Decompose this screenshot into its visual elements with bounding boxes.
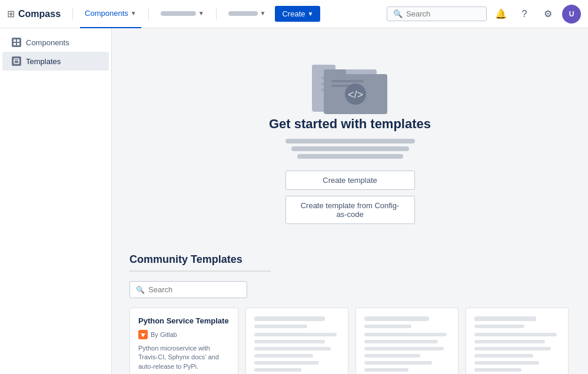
skel-line [474,347,551,350]
search-box[interactable]: 🔍 [387,6,487,21]
desc-line-3 [297,154,403,159]
svg-rect-3 [17,43,19,45]
hero-description [285,139,415,159]
skeleton-card-4 [466,308,569,374]
svg-rect-1 [17,39,19,42]
logo-area: ⊞ Compass [7,8,61,19]
skel-line [474,361,539,365]
nav-divider-2 [148,8,149,20]
skel-line [474,316,536,321]
card-title: Python Service Template [138,316,230,326]
grid-icon[interactable]: ⊞ [7,8,15,19]
gitlab-icon [138,330,148,339]
search-icon: 🔍 [393,9,403,18]
svg-rect-16 [331,85,355,87]
avatar[interactable]: U [562,5,581,24]
skel-line [364,368,408,372]
skel-line [254,361,319,365]
create-template-config-button[interactable]: Create template from Config-as-code [285,196,415,224]
desc-line-1 [285,139,415,143]
card-author: By Gitlab [138,330,230,339]
sidebar: Components Templates [0,28,112,374]
chevron-down-icon-2: ▼ [198,10,204,16]
skel-line [254,354,313,358]
help-icon[interactable]: ? [515,5,534,24]
card-description: Python microservice with Travis-CI, Sphy… [138,344,230,371]
create-template-button[interactable]: Create template [285,171,415,190]
main-content: </> Get started with templates Create te… [112,28,588,374]
skel-line [254,347,331,350]
hero-title: Get started with templates [269,116,431,132]
skel-line [364,316,429,321]
skel-line [364,354,420,358]
svg-rect-4 [14,59,19,64]
skeleton-card-2 [245,308,348,374]
skel-line [474,340,545,343]
skel-line [364,325,411,328]
community-divider [129,271,271,272]
skel-line [474,368,521,372]
skel-line [254,316,325,321]
hero-section: </> Get started with templates Create te… [112,28,588,242]
svg-rect-2 [14,43,16,45]
search-input[interactable] [406,9,477,18]
chevron-down-icon: ▼ [131,10,137,16]
community-search-icon: 🔍 [136,286,145,294]
nav-tab-3[interactable]: ▼ [224,0,271,28]
skel-line [254,340,325,343]
cards-row: Python Service Template By Gitlab Python… [129,308,570,374]
body-container: Components Templates [0,28,588,374]
main-inner: </> Get started with templates Create te… [112,28,588,374]
svg-text:</>: </> [347,89,363,101]
skel-line [364,340,438,343]
folder-illustration: </> [309,52,391,116]
topnav: ⊞ Compass Components ▼ ▼ ▼ Create ▼ 🔍 🔔 … [0,0,588,28]
svg-rect-0 [14,39,16,42]
sidebar-item-templates[interactable]: Templates [2,52,109,71]
skel-line [364,361,432,365]
skel-line [474,354,533,358]
community-title: Community Templates [129,253,570,266]
template-card-python: Python Service Template By Gitlab Python… [129,308,238,374]
create-arrow-icon: ▼ [308,11,314,17]
card-content: Python Service Template By Gitlab Python… [130,308,238,374]
skel-line [474,333,557,336]
notifications-icon[interactable]: 🔔 [491,5,510,24]
skel-line [254,368,301,372]
skel-line [474,325,524,328]
topnav-right: 🔍 🔔 ? ⚙ U [387,5,581,24]
nav-divider-3 [216,8,217,20]
community-search-input[interactable] [148,285,247,294]
templates-icon [12,56,21,66]
community-section: Community Templates 🔍 Python Service Tem… [112,242,588,374]
nav-tab-components[interactable]: Components ▼ [80,0,141,28]
components-icon [12,38,21,47]
hero-actions: Create template Create template from Con… [285,171,415,224]
sidebar-templates-label: Templates [26,57,61,66]
skel-line [254,325,307,328]
skel-line [364,333,447,336]
settings-icon[interactable]: ⚙ [539,5,557,24]
svg-rect-15 [331,80,364,82]
nav-divider-1 [72,8,73,20]
skeleton-card-3 [356,308,459,374]
svg-rect-12 [324,69,346,76]
desc-line-2 [291,146,409,151]
community-search-box[interactable]: 🔍 [129,281,247,298]
chevron-down-icon-3: ▼ [260,10,266,16]
nav-tab-2[interactable]: ▼ [156,0,209,28]
app-name: Compass [18,9,61,19]
sidebar-components-label: Components [26,38,69,47]
skel-line [364,347,444,350]
skel-line [254,333,337,336]
create-button[interactable]: Create ▼ [275,6,320,22]
sidebar-item-components[interactable]: Components [2,33,109,52]
